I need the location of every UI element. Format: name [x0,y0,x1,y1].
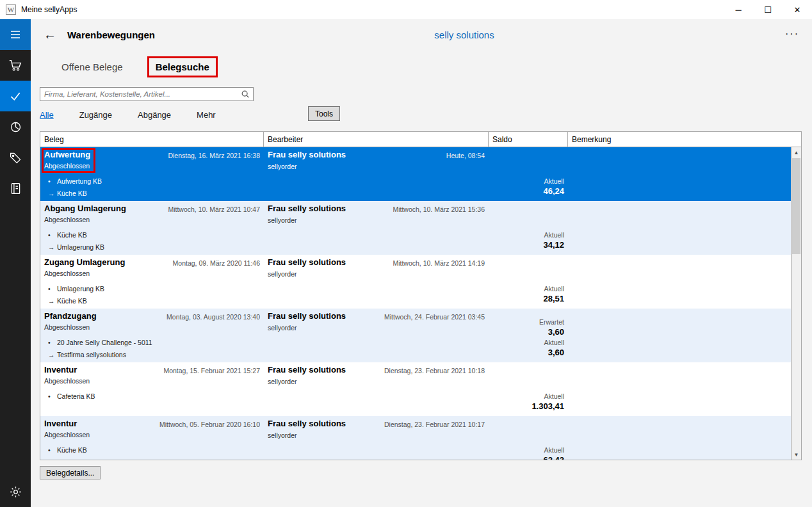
close-button[interactable]: ✕ [783,0,812,19]
scroll-down-icon[interactable]: ▼ [792,449,801,460]
row-item: •Aufwertung KB [48,175,102,188]
table-row[interactable]: Inventur Montag, 15. Februar 2021 15:27 … [40,362,791,416]
sidebar-item-cart[interactable] [0,50,31,81]
saldo-entry: Aktuell46,24 [543,177,564,196]
row-items: •20 Jahre Selly Challenge - 5011→Testfir… [48,337,152,361]
tab-offene-belege[interactable]: Offene Belege [55,58,129,76]
item-text: Umlagerung KB [57,243,104,251]
editor-name: Frau selly solutions [268,257,346,267]
column-header-beleg[interactable]: Beleg [40,132,264,147]
table-header: Beleg Bearbeiter Saldo Bemerkung [40,132,801,147]
saldo-entry: Aktuell34,12 [543,231,564,250]
filter-abgaenge[interactable]: Abgänge [138,110,171,120]
saldo-label: Aktuell [532,392,564,400]
row-status: Abgeschlossen [44,377,90,385]
tools-button[interactable]: Tools [308,106,340,121]
bearbeiter-cell: Frau selly solutions Dienstag, 23. Febru… [264,362,489,416]
row-date: Montag, 15. Februar 2021 15:27 [163,367,260,374]
saldo-entry: Aktuell3,60 [544,339,564,357]
row-date: Mittwoch, 10. März 2021 10:47 [168,205,260,213]
bemerkung-cell [568,201,791,255]
saldo-entry: Aktuell1.303,41 [532,392,564,411]
filter-zugaenge[interactable]: Zugänge [79,110,112,120]
saldo-cell: Aktuell34,12 [489,201,568,255]
tab-belegsuche[interactable]: Belegsuche [147,56,218,77]
saldo-cell: Aktuell1.303,41 [489,362,568,416]
filter-alle[interactable]: Alle [40,110,54,120]
beleg-cell: Inventur Montag, 15. Februar 2021 15:27 … [40,362,264,416]
bemerkung-cell [568,362,791,416]
item-marker-icon: • [48,444,57,456]
documents-table: Beleg Bearbeiter Saldo Bemerkung Aufwert… [40,131,802,460]
item-text: 20 Jahre Selly Challenge - 5011 [57,339,152,346]
saldo-cell: Aktuell28,51 [489,255,568,309]
row-item: •Küche KB [48,444,87,456]
bemerkung-cell [568,416,791,460]
gear-icon [9,485,22,499]
settings-button[interactable] [0,476,31,507]
row-item: •20 Jahre Selly Challenge - 5011 [48,337,152,349]
beleg-cell: Abgang Umlagerung Mittwoch, 10. März 202… [40,201,264,255]
maximize-button[interactable]: ☐ [753,0,783,19]
search-icon[interactable] [241,90,250,99]
item-text: Küche KB [57,446,87,454]
table-row[interactable]: Aufwertung Dienstag, 16. März 2021 16:38… [40,147,791,201]
saldo-label: Aktuell [543,177,564,185]
minimize-button[interactable]: ─ [724,0,753,19]
window-title: Meine sellyApps [21,5,77,14]
editor-account: sellyorder [268,163,297,170]
scrollbar-thumb[interactable] [792,158,800,254]
hamburger-menu-button[interactable] [0,19,31,50]
column-header-bemerkung[interactable]: Bemerkung [568,132,801,147]
app-logo-icon: W [6,4,16,15]
row-title: Inventur [44,365,77,374]
column-header-bearbeiter[interactable]: Bearbeiter [264,132,489,147]
row-items: •Umlagerung KB→Küche KB [48,283,104,307]
editor-account: sellyorder [268,324,297,332]
table-row[interactable]: Inventur Mittwoch, 05. Februar 2020 16:1… [40,416,791,460]
beleg-cell: Aufwertung Dienstag, 16. März 2021 16:38… [40,147,264,201]
item-marker-icon: • [48,337,57,349]
row-title: Zugang Umlagerung [44,257,125,267]
row-title: Inventur [44,419,77,428]
editor-date: Mittwoch, 10. März 2021 15:36 [393,205,485,213]
editor-name: Frau selly solutions [268,311,346,321]
table-row[interactable]: Zugang Umlagerung Montag, 09. März 2020 … [40,255,791,309]
sidebar-item-reports[interactable] [0,111,31,142]
row-item: →Umlagerung KB [48,241,104,254]
bearbeiter-cell: Frau selly solutions Mittwoch, 24. Febru… [264,309,489,362]
saldo-entry: Aktuell28,51 [543,285,564,303]
more-options-button[interactable]: ··· [783,26,802,42]
saldo-entry: Aktuell62,43 [543,446,564,460]
scroll-up-icon[interactable]: ▲ [792,147,801,157]
table-row[interactable]: Abgang Umlagerung Mittwoch, 10. März 202… [40,201,791,255]
row-items: •Aufwertung KB→Küche KB [48,175,102,200]
back-button[interactable]: ← [41,26,59,44]
sidebar-item-journal[interactable] [0,173,31,204]
row-status: Abgeschlossen [44,270,90,277]
hamburger-icon [9,28,22,41]
search-input[interactable] [40,87,254,101]
bemerkung-cell [568,255,791,309]
cart-icon [8,58,22,72]
bemerkung-cell [568,147,791,201]
window-controls: ─ ☐ ✕ [724,0,812,19]
item-text: Testfirma sellysolutions [57,351,126,358]
vertical-scrollbar[interactable]: ▲ ▼ [791,147,801,460]
row-status: Abgeschlossen [44,216,90,223]
filter-mehr[interactable]: Mehr [197,110,216,120]
bearbeiter-cell: Frau selly solutions Heute, 08:54 sellyo… [264,147,489,201]
editor-date: Mittwoch, 10. März 2021 14:19 [393,259,485,267]
belegdetails-button[interactable]: Belegdetails... [40,466,101,479]
row-item: •Umlagerung KB [48,283,104,295]
row-status: Abgeschlossen [44,323,90,331]
column-header-saldo[interactable]: Saldo [489,132,568,147]
saldo-value: 34,12 [543,240,564,250]
editor-date: Heute, 08:54 [446,152,485,159]
sidebar-item-tags[interactable] [0,142,31,173]
saldo-label: Erwartet [539,318,564,326]
editor-date: Dienstag, 23. Februar 2021 10:18 [384,367,485,374]
sidebar-item-warenbewegungen[interactable] [0,81,31,111]
saldo-label: Aktuell [543,285,564,293]
table-row[interactable]: Pfandzugang Montag, 03. August 2020 13:4… [40,309,791,362]
